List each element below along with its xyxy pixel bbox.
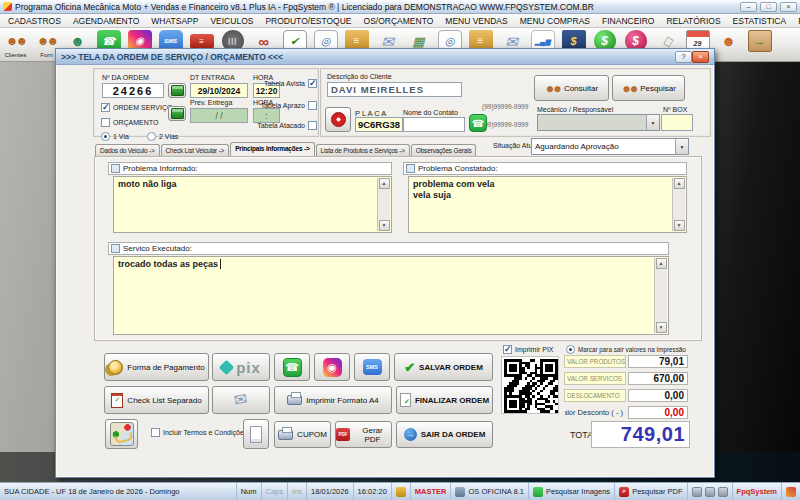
pesquisar-button[interactable]: ☻☻Pesquisar [612,75,685,101]
orcamento-checkbox[interactable]: ORÇAMENTO [101,118,158,127]
cupom-button[interactable]: CUPOM [274,421,331,448]
receipt-button[interactable] [243,419,269,449]
envelope-button[interactable]: ✉ [212,386,270,414]
plate-wheel-button[interactable] [325,107,351,132]
consultar-button[interactable]: ☻☻Consultar [534,75,609,101]
salvar-ordem-label: SALVAR ORDEM [419,363,483,372]
scrollbar[interactable]: ▲▼ [377,178,390,231]
tab-dados-veiculo[interactable]: Dados do Veiculo -> [95,144,160,156]
menu-relatorios[interactable]: RELATÓRIOS [660,16,726,26]
prev-entrega-field[interactable]: / / [190,108,248,123]
whatsapp-contact-icon[interactable]: ☎ [469,114,487,132]
prev-table-picker-button[interactable] [168,106,186,121]
sair-ordem-button[interactable]: →SAIR DA ORDEM [396,421,493,448]
problema-constatado-checkbox[interactable] [406,164,415,173]
tab-observacoes-gerais[interactable]: Observações Gerais [411,144,477,156]
status-app: OS OFICINA 8.1 [451,483,528,500]
menu-menu-vendas[interactable]: MENU VENDAS [439,16,513,26]
close-button[interactable]: × [780,2,797,12]
gerar-pdf-button[interactable]: PDFGerar PDF [335,421,392,448]
tabela-atacado-checkbox[interactable]: Tabela Atacado [245,121,317,130]
status-brand: FpqSystem [733,483,782,500]
whatsapp-send-button[interactable]: ☎ [274,353,310,381]
situacao-dropdown[interactable]: Aguardando Aprovação▼ [531,138,689,155]
arrow-right-icon: → [404,428,417,441]
imprimir-a4-button[interactable]: Imprimir Formato A4 [274,386,392,414]
minimize-button[interactable]: – [740,2,757,12]
finalizar-ordem-button[interactable]: ✓FINALIZAR ORDEM [396,386,493,414]
pix-button[interactable]: pix [212,353,270,381]
servico-executado-text: trocado todas as peças [118,259,218,269]
check-list-separado-button[interactable]: ✓Check List Separado [104,386,209,414]
box-field[interactable] [661,114,693,131]
sms-send-button[interactable]: SMS [354,353,390,381]
servico-executado-label: Servico Executado: [123,244,192,253]
user-mail-icon[interactable]: ☻ [715,30,742,61]
instagram-send-button[interactable]: ◉ [314,353,350,381]
app-icon [3,2,12,11]
menu-whatsapp[interactable]: WHATSAPP [145,16,204,26]
help-button[interactable]: ? [675,51,692,63]
scroll-down-icon[interactable]: ▼ [656,322,667,333]
row-valor-desconto: Valor Desconto ( - ) 0,00 [564,406,690,419]
pesquisar-pdf-button[interactable]: PPesquisar PDF [615,483,687,500]
clipboard-icon: ✓ [111,393,123,408]
menu-os-orcamento[interactable]: OS/ORÇAMENTO [358,16,440,26]
scrollbar[interactable]: ▲▼ [654,258,667,333]
menu-financeiro[interactable]: FINANCEIRO [596,16,660,26]
scrollbar[interactable]: ▲▼ [672,178,685,231]
menu-cadastros[interactable]: CADASTROS [2,16,67,26]
menu-veiculos[interactable]: VEICULOS [204,16,259,26]
tab-lista-produtos-servicos[interactable]: Lista de Produtos e Serviços -> [316,144,410,156]
order-table-picker-button[interactable] [168,83,186,98]
tab-principais-informacoes[interactable]: Principais Informações -> [230,142,314,156]
people-icon: ☻☻ [621,83,636,94]
scroll-up-icon[interactable]: ▲ [656,258,667,269]
scroll-up-icon[interactable]: ▲ [674,178,685,189]
menu-menu-compras[interactable]: MENU COMPRAS [514,16,596,26]
table-icon [171,108,184,119]
menubar: CADASTROSAGENDAMENTOWHATSAPPVEICULOSPROD… [0,14,800,28]
mecanico-dropdown[interactable]: ▼ [537,114,660,131]
tabela-aprazo-checkbox[interactable]: Tabela Aprazo [245,101,317,110]
map-button[interactable] [105,419,138,449]
tabela-avista-checkbox[interactable]: Tabela Avista [245,79,317,88]
menu-ferramentas[interactable]: FERRAMENTAS [792,16,800,26]
menu-estatistica[interactable]: ESTATISTICA [727,16,793,26]
problema-informado-checkbox[interactable] [111,164,120,173]
restore-button[interactable]: □ [760,2,777,12]
printer-mini-icon [705,487,715,497]
imprimir-pix-checkbox[interactable]: Imprimir PIX [503,345,554,354]
servico-executado-textarea[interactable]: trocado todas as peças ▲▼ [113,256,669,335]
row-deslocamento: DESLOCAMENTO 0,00 [564,389,690,402]
checkbox-mark [503,345,512,354]
order-number-field[interactable]: 24266 [102,83,164,98]
contato-field[interactable] [403,117,465,132]
problema-informado-textarea[interactable]: moto não liga ▲▼ [113,176,392,233]
entry-date-field[interactable]: 29/10/2024 [190,83,248,98]
scroll-down-icon[interactable]: ▼ [379,220,390,231]
marcar-valores-radio[interactable]: Marcar para sair valores na Impressão [566,345,686,354]
whatsapp-mini-icon [533,487,543,497]
placa-field[interactable]: 9C6RG38 [355,117,403,132]
tab-strip: Dados do Veiculo ->Check List Veicular -… [95,139,477,156]
servico-executado-checkbox[interactable] [111,244,120,253]
pesquisar-imagens-button[interactable]: Pesquisar Imagens [529,483,615,500]
forma-pagamento-button[interactable]: Forma de Pagamento [104,353,209,381]
problema-constatado-textarea[interactable]: problema com vela vela suja ▲▼ [408,176,687,233]
client-name-field[interactable]: DAVI MEIRELLES [327,82,462,97]
forma-pagamento-label: Forma de Pagamento [127,363,204,372]
close-order-window-button[interactable]: × [692,51,709,63]
clients-icon[interactable]: ☻☻ Clientes [2,30,29,61]
incluir-termos-checkbox[interactable]: Incluir Termos e Condições [151,428,247,437]
menu-produto-estoque[interactable]: PRODUTO/ESTOQUE [259,16,357,26]
scroll-down-icon[interactable]: ▼ [674,220,685,231]
tab-check-list-veicular[interactable]: Check List Veicular -> [161,144,230,156]
salvar-ordem-button[interactable]: ✔SALVAR ORDEM [394,353,493,381]
ordem-servico-checkbox[interactable]: ORDEM SERVIÇO [101,103,172,112]
brand-icon [786,487,796,497]
exit-icon[interactable]: → [746,30,773,61]
menu-agendamento[interactable]: AGENDAMENTO [67,16,145,26]
document-check-icon: ✓ [400,393,411,407]
scroll-up-icon[interactable]: ▲ [379,178,390,189]
